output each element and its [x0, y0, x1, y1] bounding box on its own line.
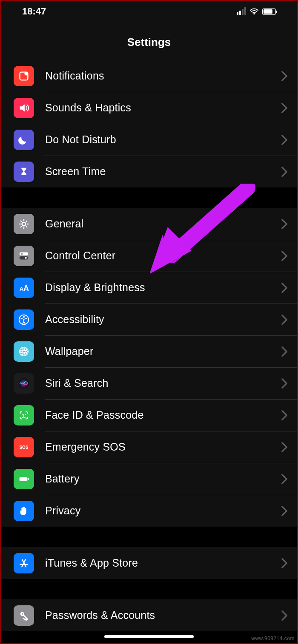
- settings-group-4: Passwords & Accounts: [1, 599, 297, 631]
- status-bar: 18:47: [1, 1, 297, 22]
- label-privacy: Privacy: [45, 505, 281, 517]
- label-itunes: iTunes & App Store: [45, 557, 281, 569]
- chevron-right-icon: [281, 250, 288, 261]
- row-siri[interactable]: Siri & Search: [1, 367, 297, 399]
- row-faceid[interactable]: Face ID & Passcode: [1, 399, 297, 431]
- label-passwords: Passwords & Accounts: [45, 609, 281, 621]
- chevron-right-icon: [281, 166, 288, 177]
- chevron-right-icon: [281, 442, 288, 453]
- label-notifications: Notifications: [45, 70, 281, 82]
- label-general: General: [45, 218, 281, 230]
- chevron-right-icon: [281, 610, 288, 621]
- home-indicator[interactable]: [104, 635, 194, 638]
- svg-point-13: [25, 257, 27, 258]
- settings-group-3: iTunes & App Store: [1, 547, 297, 579]
- chevron-right-icon: [281, 218, 288, 230]
- chevron-right-icon: [281, 410, 288, 421]
- row-screentime[interactable]: Screen Time: [1, 156, 297, 187]
- svg-line-8: [20, 226, 22, 227]
- moon-icon: [14, 130, 34, 150]
- battery-indicator-icon: [262, 9, 276, 15]
- row-passwords[interactable]: Passwords & Accounts: [1, 599, 297, 631]
- chevron-right-icon: [281, 558, 288, 569]
- watermark: www.909214.com: [251, 635, 295, 641]
- svg-point-18: [20, 347, 29, 356]
- wallpaper-icon: [14, 341, 34, 362]
- label-display: Display & Brightness: [45, 281, 281, 294]
- appstore-icon: [14, 553, 34, 573]
- switches-icon: [14, 246, 34, 266]
- chevron-right-icon: [281, 71, 288, 82]
- hourglass-icon: [14, 162, 34, 182]
- label-dnd: Do Not Disturb: [45, 133, 281, 146]
- page-title: Settings: [1, 22, 297, 60]
- settings-group-2: General Control Center AA Display & Brig…: [1, 208, 297, 527]
- section-gap: [1, 527, 297, 547]
- chevron-right-icon: [281, 346, 288, 357]
- sounds-icon: [14, 98, 34, 118]
- row-general[interactable]: General: [1, 208, 297, 240]
- label-sos: Emergency SOS: [45, 441, 281, 453]
- row-controlcenter[interactable]: Control Center: [1, 240, 297, 272]
- svg-rect-10: [20, 252, 29, 255]
- chevron-right-icon: [281, 134, 288, 145]
- status-indicators: [237, 7, 276, 16]
- svg-point-29: [25, 414, 26, 415]
- svg-point-1: [24, 72, 28, 75]
- svg-rect-31: [20, 477, 28, 481]
- row-accessibility[interactable]: Accessibility: [1, 304, 297, 335]
- svg-line-9: [26, 221, 27, 222]
- svg-point-28: [22, 414, 23, 415]
- label-accessibility: Accessibility: [45, 313, 281, 326]
- svg-text:SOS: SOS: [19, 445, 28, 449]
- svg-point-34: [22, 613, 23, 614]
- label-screentime: Screen Time: [45, 165, 281, 178]
- row-display[interactable]: AA Display & Brightness: [1, 272, 297, 304]
- label-battery: Battery: [45, 473, 281, 485]
- accessibility-icon: [14, 309, 34, 330]
- row-sos[interactable]: SOS Emergency SOS: [1, 431, 297, 463]
- row-privacy[interactable]: Privacy: [1, 495, 297, 527]
- label-controlcenter: Control Center: [45, 250, 281, 262]
- section-gap: [1, 579, 297, 599]
- cellular-signal-icon: [237, 8, 246, 15]
- gear-icon: [14, 214, 34, 234]
- faceid-icon: [14, 405, 34, 426]
- svg-line-6: [20, 221, 22, 222]
- chevron-right-icon: [281, 505, 288, 516]
- key-icon: [14, 605, 34, 626]
- sos-icon: SOS: [14, 437, 34, 457]
- chevron-right-icon: [281, 378, 288, 389]
- status-time: 18:47: [22, 6, 46, 17]
- chevron-right-icon: [281, 102, 288, 113]
- svg-rect-32: [28, 478, 29, 480]
- siri-icon: [14, 373, 34, 394]
- svg-point-17: [23, 316, 25, 318]
- settings-group-1: Notifications Sounds & Haptics Do Not Di…: [1, 60, 297, 187]
- svg-rect-12: [20, 256, 29, 259]
- label-faceid: Face ID & Passcode: [45, 409, 281, 421]
- hand-icon: [14, 501, 34, 521]
- row-notifications[interactable]: Notifications: [1, 60, 297, 92]
- label-siri: Siri & Search: [45, 377, 281, 389]
- row-dnd[interactable]: Do Not Disturb: [1, 124, 297, 156]
- chevron-right-icon: [281, 474, 288, 485]
- section-gap: [1, 187, 297, 208]
- chevron-right-icon: [281, 282, 288, 293]
- svg-text:A: A: [23, 284, 29, 292]
- svg-point-11: [21, 253, 23, 255]
- row-itunes[interactable]: iTunes & App Store: [1, 547, 297, 579]
- chevron-right-icon: [281, 314, 288, 325]
- label-sounds: Sounds & Haptics: [45, 102, 281, 114]
- textsize-icon: AA: [14, 278, 34, 298]
- row-wallpaper[interactable]: Wallpaper: [1, 335, 297, 367]
- battery-icon: [14, 469, 34, 489]
- row-sounds[interactable]: Sounds & Haptics: [1, 92, 297, 124]
- notifications-icon: [14, 66, 34, 86]
- wifi-icon: [249, 7, 259, 16]
- svg-line-7: [26, 226, 27, 227]
- row-battery[interactable]: Battery: [1, 463, 297, 495]
- label-wallpaper: Wallpaper: [45, 345, 281, 357]
